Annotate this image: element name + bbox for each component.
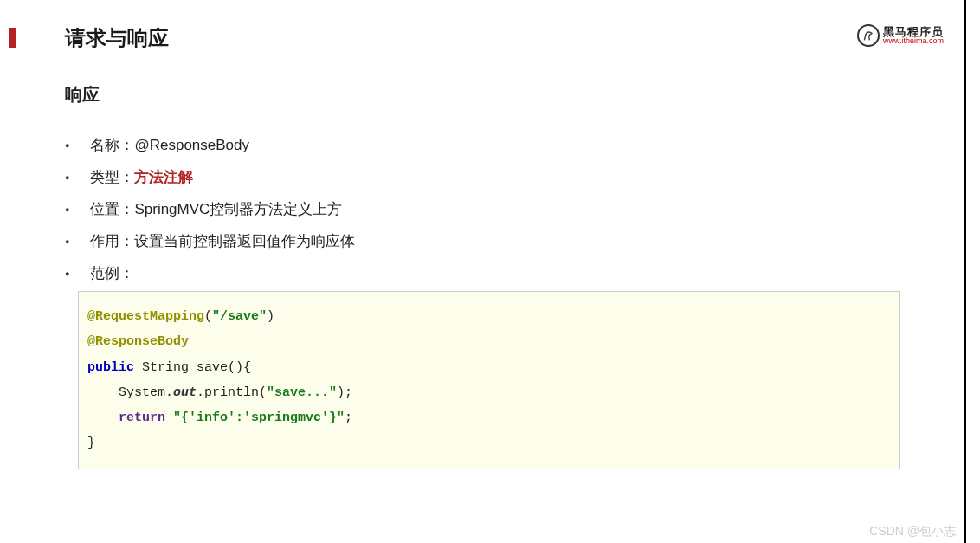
bullet-value: @ResponseBody — [134, 137, 249, 153]
title-accent-bar — [9, 28, 16, 48]
code-token: ); — [337, 385, 352, 400]
slide-container: 请求与响应 黑马程序员 www.itheima.com 响应 名称：@Respo… — [0, 0, 966, 543]
watermark: CSDN @包小志 — [869, 524, 956, 540]
code-token: } — [87, 436, 95, 450]
code-token: @RequestMapping — [87, 309, 204, 324]
logo-sub-text: www.itheima.com — [883, 37, 944, 45]
bullet-value: 设置当前控制器返回值作为响应体 — [134, 233, 355, 249]
bullet-value: 方法注解 — [134, 169, 193, 185]
list-item: 作用：设置当前控制器返回值作为响应体 — [65, 231, 355, 251]
code-token: out — [173, 385, 197, 400]
horse-icon — [857, 24, 880, 47]
code-token: System. — [87, 385, 173, 400]
code-token: "save..." — [267, 385, 337, 400]
bullet-value: SpringMVC控制器方法定义上方 — [134, 201, 342, 217]
bullet-list: 名称：@ResponseBody 类型：方法注解 位置：SpringMVC控制器… — [65, 135, 355, 295]
bullet-label: 类型： — [90, 169, 134, 185]
section-title: 响应 — [65, 83, 100, 107]
list-item: 位置：SpringMVC控制器方法定义上方 — [65, 199, 355, 219]
list-item: 范例： — [65, 263, 355, 283]
brand-logo: 黑马程序员 www.itheima.com — [857, 24, 944, 47]
bullet-label: 名称： — [90, 137, 134, 153]
code-token: String save(){ — [134, 360, 251, 375]
bullet-label: 位置： — [90, 201, 134, 217]
code-token: @ResponseBody — [87, 334, 189, 349]
code-token — [87, 410, 119, 425]
code-token: ; — [345, 410, 352, 425]
code-token: "{'info':'springmvc'}" — [173, 410, 345, 425]
page-title: 请求与响应 — [65, 24, 169, 52]
code-token: .println( — [197, 385, 267, 400]
code-token: "/save" — [212, 309, 267, 324]
bullet-label: 范例： — [90, 265, 134, 281]
code-token: public — [87, 360, 134, 375]
list-item: 类型：方法注解 — [65, 167, 355, 187]
code-example: @RequestMapping("/save") @ResponseBody p… — [78, 291, 900, 469]
bullet-label: 作用： — [90, 233, 134, 249]
code-token: return — [119, 410, 165, 425]
list-item: 名称：@ResponseBody — [65, 135, 355, 155]
